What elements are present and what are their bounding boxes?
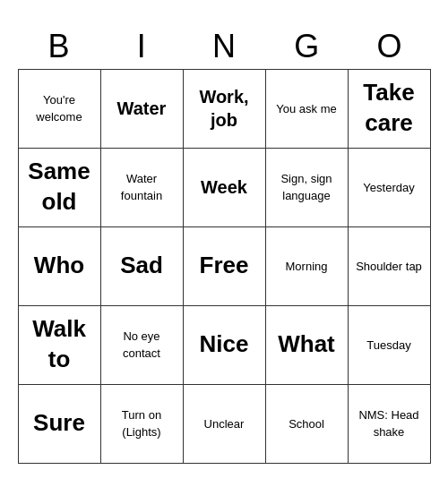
cell-4-4: NMS: Head shake (348, 384, 430, 463)
cell-text-4-2: Unclear (204, 417, 245, 431)
cell-text-2-3: Morning (286, 260, 328, 273)
cell-text-0-4: Take care (363, 79, 414, 136)
cell-text-3-2: Nice (200, 330, 249, 357)
header-i: I (100, 24, 183, 69)
cell-text-3-3: What (278, 330, 335, 357)
cell-0-3: You ask me (265, 69, 348, 148)
cell-text-1-3: Sign, sign language (280, 172, 332, 202)
cell-4-2: Unclear (183, 384, 265, 463)
cell-text-4-1: Turn on (Lights) (122, 408, 161, 439)
cell-1-1: Water fountain (100, 148, 183, 226)
cell-1-2: Week (183, 148, 265, 226)
bingo-grid: You're welcomeWaterWork, jobYou ask meTa… (18, 69, 431, 464)
cell-4-3: School (265, 384, 348, 463)
header-n: N (183, 24, 265, 69)
cell-text-4-0: Sure (33, 409, 85, 436)
cell-text-0-1: Water (117, 98, 167, 118)
cell-3-3: What (265, 305, 348, 384)
cell-2-4: Shoulder tap (348, 226, 430, 305)
cell-text-0-2: Work, job (199, 87, 248, 130)
cell-text-4-4: NMS: Head shake (358, 408, 418, 439)
cell-3-0: Walk to (18, 305, 100, 384)
cell-text-2-1: Sad (120, 252, 163, 278)
cell-2-0: Who (18, 226, 100, 305)
cell-0-1: Water (100, 69, 183, 148)
cell-text-3-4: Tuesday (366, 338, 410, 352)
cell-0-0: You're welcome (18, 69, 100, 148)
bingo-header: B I N G O (18, 24, 431, 69)
cell-text-2-0: Who (34, 252, 84, 278)
cell-text-0-0: You're welcome (36, 93, 82, 124)
cell-2-2: Free (183, 226, 265, 305)
cell-3-2: Nice (183, 305, 265, 384)
cell-2-3: Morning (265, 226, 348, 305)
header-g: G (265, 24, 348, 69)
cell-text-1-2: Week (201, 177, 247, 197)
cell-4-1: Turn on (Lights) (100, 384, 183, 463)
cell-text-3-0: Walk to (32, 315, 86, 372)
cell-1-4: Yesterday (348, 148, 430, 226)
header-b: B (18, 24, 100, 69)
header-o: O (348, 24, 430, 69)
cell-text-3-1: No eye contact (123, 329, 160, 360)
cell-4-0: Sure (18, 384, 100, 463)
cell-text-2-4: Shoulder tap (356, 260, 422, 273)
cell-0-4: Take care (348, 69, 430, 148)
cell-text-4-3: School (289, 417, 324, 431)
cell-text-1-0: Same old (28, 158, 90, 215)
cell-text-2-2: Free (200, 252, 249, 278)
cell-0-2: Work, job (183, 69, 265, 148)
cell-1-0: Same old (18, 148, 100, 226)
cell-3-4: Tuesday (348, 305, 430, 384)
cell-2-1: Sad (100, 226, 183, 305)
cell-1-3: Sign, sign language (265, 148, 348, 226)
cell-text-0-3: You ask me (276, 102, 336, 115)
cell-3-1: No eye contact (100, 305, 183, 384)
cell-text-1-4: Yesterday (363, 181, 414, 194)
cell-text-1-1: Water fountain (121, 172, 162, 202)
